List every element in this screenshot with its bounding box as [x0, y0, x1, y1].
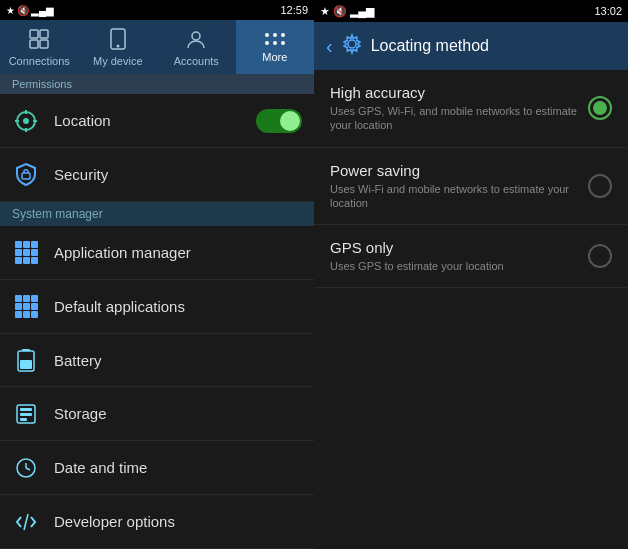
battery-icon [12, 346, 40, 374]
app-manager-label: Application manager [54, 244, 302, 261]
developer-icon [12, 508, 40, 536]
mute-icon: 🔇 [17, 5, 29, 16]
tab-more[interactable]: More [236, 20, 315, 74]
status-bar-left: ★ 🔇 ▂▄▆ 12:59 [0, 0, 314, 20]
right-panel: ★ 🔇 ▂▄▆ 13:02 ‹ Locating method High acc… [314, 0, 628, 549]
permissions-header: Permissions [0, 74, 314, 94]
gps-only-text: GPS only Uses GPS to estimate your locat… [330, 239, 578, 273]
back-button[interactable]: ‹ [326, 35, 333, 58]
svg-point-6 [192, 32, 200, 40]
menu-item-location[interactable]: Location [0, 94, 314, 148]
default-apps-label: Default applications [54, 298, 302, 315]
tab-more-label: More [262, 51, 287, 63]
high-accuracy-radio-inner [593, 101, 607, 115]
high-accuracy-title: High accuracy [330, 84, 578, 101]
tab-connections-label: Connections [9, 55, 70, 67]
connections-icon [28, 28, 50, 53]
storage-icon [12, 400, 40, 428]
menu-item-date-time[interactable]: Date and time [0, 441, 314, 495]
app-manager-icon [12, 238, 40, 266]
menu-item-battery[interactable]: Battery [0, 334, 314, 388]
svg-point-31 [348, 40, 356, 48]
tab-accounts-label: Accounts [174, 55, 219, 67]
r-signal-icon: ▂▄▆ [350, 5, 374, 17]
svg-line-29 [26, 468, 30, 470]
left-panel: ★ 🔇 ▂▄▆ 12:59 Connections [0, 0, 314, 549]
signal-icon: ▂▄▆ [31, 5, 54, 16]
power-saving-title: Power saving [330, 162, 578, 179]
svg-point-11 [273, 41, 277, 45]
svg-point-5 [116, 44, 119, 47]
svg-point-10 [265, 41, 269, 45]
svg-point-9 [281, 33, 285, 37]
tab-my-device-label: My device [93, 55, 143, 67]
bluetooth-icon: ★ [6, 5, 15, 16]
default-apps-icon [12, 292, 40, 320]
more-icon [264, 31, 286, 49]
svg-rect-2 [30, 40, 38, 48]
svg-point-14 [23, 118, 29, 124]
high-accuracy-desc: Uses GPS, Wi-Fi, and mobile networks to … [330, 104, 578, 133]
menu-item-developer[interactable]: Developer options [0, 495, 314, 549]
svg-rect-22 [20, 360, 32, 369]
status-bar-right: ★ 🔇 ▂▄▆ 13:02 [314, 0, 628, 22]
option-high-accuracy[interactable]: High accuracy Uses GPS, Wi-Fi, and mobil… [314, 70, 628, 148]
locating-gear-icon [341, 33, 363, 60]
option-gps-only[interactable]: GPS only Uses GPS to estimate your locat… [314, 225, 628, 288]
svg-point-7 [265, 33, 269, 37]
location-toggle[interactable] [256, 109, 302, 133]
svg-rect-24 [20, 408, 32, 411]
high-accuracy-radio[interactable] [588, 96, 612, 120]
tab-accounts[interactable]: Accounts [157, 20, 236, 74]
tab-bar: Connections My device Accounts [0, 20, 314, 74]
menu-item-default-apps[interactable]: Default applications [0, 280, 314, 334]
gps-only-title: GPS only [330, 239, 578, 256]
left-status-icons: ★ 🔇 ▂▄▆ [6, 5, 54, 16]
device-icon [109, 28, 127, 53]
high-accuracy-text: High accuracy Uses GPS, Wi-Fi, and mobil… [330, 84, 578, 133]
locating-method-title: Locating method [371, 37, 489, 55]
svg-rect-3 [40, 40, 48, 48]
power-saving-text: Power saving Uses Wi-Fi and mobile netwo… [330, 162, 578, 211]
option-power-saving[interactable]: Power saving Uses Wi-Fi and mobile netwo… [314, 148, 628, 226]
menu-item-security[interactable]: Security [0, 148, 314, 202]
menu-item-storage[interactable]: Storage [0, 387, 314, 441]
svg-rect-25 [20, 413, 32, 416]
right-time: 13:02 [594, 5, 622, 17]
svg-point-8 [273, 33, 277, 37]
svg-point-12 [281, 41, 285, 45]
date-time-label: Date and time [54, 459, 302, 476]
developer-label: Developer options [54, 513, 302, 530]
svg-rect-26 [20, 418, 27, 421]
locating-method-topbar: ‹ Locating method [314, 22, 628, 70]
tab-connections[interactable]: Connections [0, 20, 79, 74]
r-mute-icon: 🔇 [333, 5, 347, 17]
menu-item-app-manager[interactable]: Application manager [0, 226, 314, 280]
power-saving-radio[interactable] [588, 174, 612, 198]
gps-only-desc: Uses GPS to estimate your location [330, 259, 578, 273]
svg-rect-0 [30, 30, 38, 38]
storage-label: Storage [54, 405, 302, 422]
svg-line-30 [24, 514, 28, 530]
security-icon [12, 160, 40, 188]
gps-only-radio[interactable] [588, 244, 612, 268]
left-time: 12:59 [280, 4, 308, 16]
security-label: Security [54, 166, 302, 183]
r-bluetooth-icon: ★ [320, 5, 330, 17]
location-label: Location [54, 112, 242, 129]
right-status-icons: ★ 🔇 ▂▄▆ [320, 5, 374, 18]
location-icon [12, 107, 40, 135]
tab-my-device[interactable]: My device [79, 20, 158, 74]
svg-rect-19 [22, 173, 30, 179]
accounts-icon [185, 28, 207, 53]
battery-label: Battery [54, 352, 302, 369]
date-time-icon [12, 454, 40, 482]
svg-rect-1 [40, 30, 48, 38]
system-manager-header: System manager [0, 202, 314, 226]
power-saving-desc: Uses Wi-Fi and mobile networks to estima… [330, 182, 578, 211]
